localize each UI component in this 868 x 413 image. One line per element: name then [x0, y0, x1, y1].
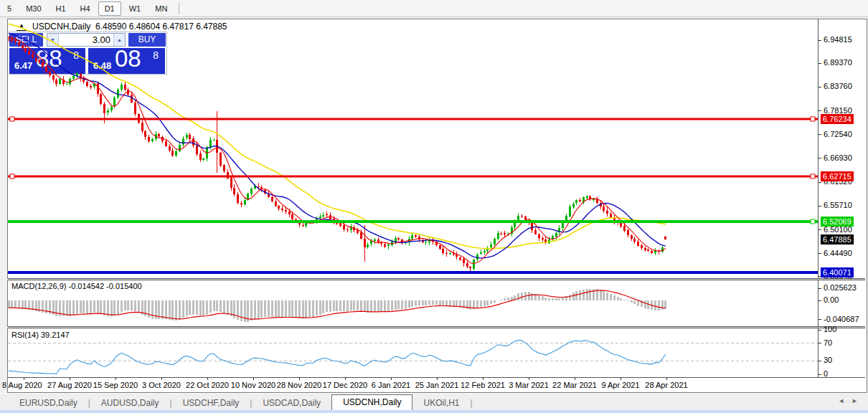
date-tick-label: 3 Mar 2021: [509, 381, 549, 389]
date-tick-label: 12 Feb 2021: [461, 381, 505, 389]
mt4-window: 5M30H1H4D1W1MN ▲ USDCNH,Daily 6.48590 6.…: [0, 0, 868, 413]
date-tick-label: 27 Aug 2020: [47, 381, 92, 389]
status-strip: [0, 410, 868, 413]
macd-label: MACD(12,26,9) -0.014542 -0.015400: [11, 282, 142, 290]
level-price-chip: 6.52069: [821, 217, 854, 227]
tab-separator: |: [470, 396, 472, 410]
price-tick: 6.83760: [824, 82, 852, 90]
macd-tick: -0.040687: [824, 315, 859, 323]
macd-tick: 0.00: [824, 295, 839, 304]
date-tick-label: 10 Nov 2020: [231, 381, 275, 389]
date-tick-label: 28 Nov 2020: [277, 381, 321, 389]
price-tick: 6.55710: [824, 201, 852, 209]
date-tick-label: 3 Oct 2020: [142, 381, 181, 389]
price-tick: 6.94815: [824, 35, 852, 44]
date-tick-label: 22 Oct 2020: [186, 381, 229, 389]
rsi-tick: 30: [824, 356, 832, 364]
tab-usdcad-daily[interactable]: USDCAD,Daily: [252, 396, 331, 410]
rsi-tick: 0: [824, 369, 828, 378]
tab-scroll-left-icon[interactable]: ◄: [838, 397, 844, 404]
level-price-chip: 6.76234: [821, 114, 854, 124]
price-tick: 6.66930: [824, 153, 852, 162]
tab-eurusd-daily[interactable]: EURUSD,Daily: [9, 396, 88, 410]
date-tick-label: 28 Apr 2021: [645, 381, 687, 389]
tab-usdchf-daily[interactable]: USDCHF,Daily: [172, 396, 250, 410]
date-tick-label: 17 Dec 2020: [323, 381, 367, 389]
price-tick: 6.78150: [824, 106, 852, 115]
level-price-chip: 6.62715: [821, 171, 854, 181]
chart-canvas[interactable]: [0, 0, 868, 413]
tab-ukoil-h1[interactable]: UKOil,H1: [412, 396, 470, 410]
rsi-label: RSI(14) 39.2147: [11, 331, 70, 339]
rsi-tick: 70: [824, 338, 832, 347]
current-price-chip: 6.47885: [821, 234, 854, 245]
level-price-chip: 6.40071: [821, 267, 854, 277]
tab-scroll-buttons: ◄ ►: [838, 397, 858, 404]
date-tick-label: 8 Aug 2020: [2, 381, 42, 389]
rsi-tick: 100: [824, 325, 836, 333]
price-tick: 6.89370: [824, 58, 852, 67]
price-tick: 6.72540: [824, 130, 852, 138]
date-tick-label: 25 Jan 2021: [415, 381, 459, 389]
date-tick-label: 6 Jan 2021: [372, 381, 410, 389]
price-tick: 6.44490: [824, 249, 852, 257]
date-tick-label: 15 Sep 2020: [93, 381, 138, 389]
date-tick-label: 22 Mar 2021: [552, 381, 597, 389]
tab-audusd-daily[interactable]: AUDUSD,Daily: [90, 396, 170, 410]
tab-usdcnh-daily[interactable]: USDCNH,Daily: [331, 394, 412, 410]
macd-tick: 0.025623: [824, 283, 857, 292]
symbol-tabbar: EURUSD,Daily|AUDUSD,Daily|USDCHF,Daily|U…: [0, 393, 868, 410]
tab-scroll-right-icon[interactable]: ►: [852, 397, 858, 404]
date-tick-label: 9 Apr 2021: [601, 381, 639, 389]
